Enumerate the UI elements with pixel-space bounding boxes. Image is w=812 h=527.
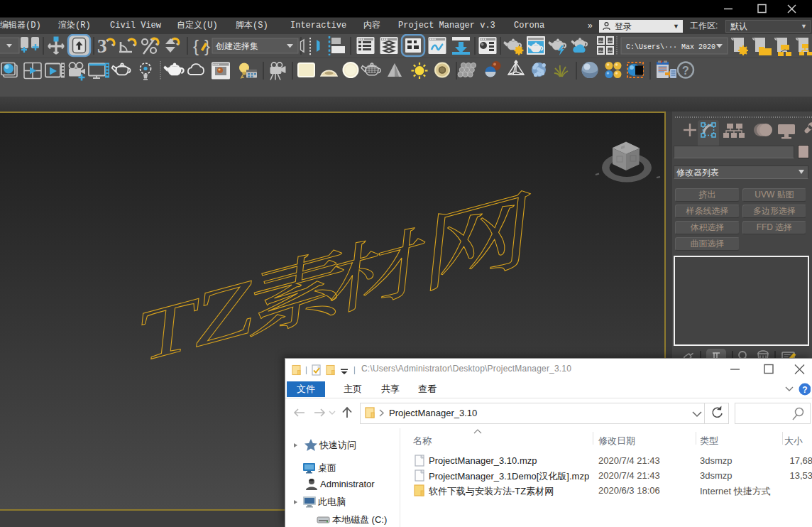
- svg-text:3: 3: [97, 36, 107, 57]
- svg-text:?: ?: [802, 385, 807, 395]
- svg-text:C:\Users\··· Max 2020: C:\Users\··· Max 2020: [626, 43, 715, 51]
- svg-text:?: ?: [682, 65, 689, 77]
- svg-text:{: {: [193, 36, 199, 55]
- svg-text:创建选择集: 创建选择集: [215, 41, 258, 51]
